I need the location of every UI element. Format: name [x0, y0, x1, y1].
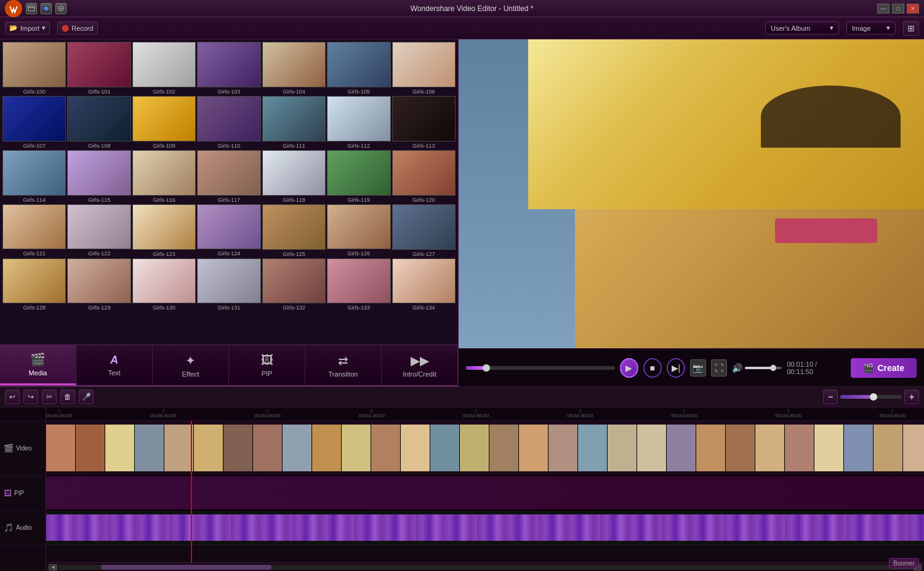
- redo-button[interactable]: ↪: [23, 389, 38, 404]
- tab-intro[interactable]: ▶▶ Intro/Credit: [382, 345, 458, 385]
- tab-media[interactable]: 🎬 Media: [0, 345, 76, 385]
- media-item-label: Girls-121: [2, 250, 66, 257]
- zoom-slider[interactable]: [840, 395, 902, 399]
- media-item-girls-106[interactable]: Girls-106: [392, 42, 456, 95]
- progress-thumb: [483, 364, 490, 372]
- tick-label: 00:02:30:00: [567, 413, 593, 418]
- scroll-left-button[interactable]: ◀: [49, 564, 57, 570]
- media-item-girls-117[interactable]: Girls-117: [197, 150, 260, 203]
- voice-button[interactable]: 🎤: [79, 389, 94, 404]
- sys-btn-1[interactable]: [26, 3, 37, 14]
- thumb-image: [3, 259, 65, 303]
- volume-slider[interactable]: [745, 367, 782, 369]
- media-item-label: Girls-130: [132, 305, 196, 311]
- type-dropdown[interactable]: Image ▾: [846, 22, 896, 34]
- media-item-label: Girls-115: [67, 197, 131, 203]
- next-frame-button[interactable]: ▶|: [667, 358, 685, 378]
- track-labels: 🎬 Video 🖼 PIP 🎵 Audio: [0, 407, 46, 571]
- horizontal-scrollbar[interactable]: ◀ ▶: [46, 562, 924, 571]
- record-button[interactable]: ⬤ Record: [57, 22, 97, 34]
- media-item-girls-124[interactable]: Girls-124: [197, 204, 260, 257]
- tab-transition[interactable]: ⇄ Transition: [305, 345, 382, 385]
- media-item-girls-110[interactable]: Girls-110: [197, 96, 260, 149]
- media-item-girls-111[interactable]: Girls-111: [262, 96, 326, 149]
- preview-image: [459, 39, 924, 348]
- cut-button[interactable]: ✂: [42, 389, 57, 404]
- video-track-label[interactable]: 🎬 Video: [0, 421, 46, 476]
- tab-text[interactable]: A Text: [76, 345, 153, 385]
- tab-pip[interactable]: 🖼 PIP: [229, 345, 305, 385]
- media-item-girls-121[interactable]: Girls-121: [2, 204, 66, 257]
- media-item-girls-118[interactable]: Girls-118: [262, 150, 326, 203]
- thumb-image: [198, 259, 260, 303]
- window-title: Wondershare Video Editor - Untitled *: [66, 4, 877, 13]
- media-item-girls-103[interactable]: Girls-103: [197, 42, 260, 95]
- media-item-girls-107[interactable]: Girls-107: [2, 96, 66, 149]
- tab-effect[interactable]: ✦ Effect: [153, 345, 229, 385]
- media-tab-icon: 🎬: [30, 352, 46, 367]
- thumb-image: [327, 205, 390, 249]
- undo-button[interactable]: ↩: [5, 389, 20, 404]
- zoom-out-button[interactable]: −: [823, 389, 838, 404]
- media-item-girls-101[interactable]: Girls-101: [67, 42, 131, 95]
- preview-area: [459, 39, 924, 348]
- media-item-girls-105[interactable]: Girls-105: [327, 42, 390, 95]
- album-value: User's Album: [771, 25, 810, 32]
- media-item-girls-123[interactable]: Girls-123: [132, 204, 196, 257]
- media-item-girls-108[interactable]: Girls-108: [67, 96, 131, 149]
- zoom-in-button[interactable]: +: [904, 389, 919, 404]
- create-button[interactable]: 🎬 Create: [851, 358, 917, 378]
- close-button[interactable]: ✕: [907, 4, 919, 14]
- fullscreen-button[interactable]: ⛶: [711, 359, 727, 377]
- audio-track-label[interactable]: 🎵 Audio: [0, 511, 46, 545]
- stop-button[interactable]: ■: [643, 358, 662, 378]
- progress-bar[interactable]: [466, 366, 615, 370]
- media-item-girls-114[interactable]: Girls-114: [2, 150, 66, 203]
- media-thumb: [132, 150, 196, 196]
- media-item-girls-109[interactable]: Girls-109: [132, 96, 196, 149]
- media-item-girls-133[interactable]: Girls-133: [327, 258, 390, 311]
- ruler-tick-4: 00:02:00:00: [463, 409, 489, 418]
- media-item-girls-120[interactable]: Girls-120: [392, 150, 456, 203]
- media-item-girls-130[interactable]: Girls-130: [132, 258, 196, 311]
- left-panel: Girls-100 Girls-101 Girls-102 Girls-103 …: [0, 39, 459, 386]
- view-toggle-button[interactable]: ⊞: [903, 21, 919, 36]
- media-item-girls-122[interactable]: Girls-122: [67, 204, 131, 257]
- play-button[interactable]: ▶: [620, 358, 638, 378]
- media-item-girls-116[interactable]: Girls-116: [132, 150, 196, 203]
- tracks-wrapper[interactable]: [46, 421, 924, 562]
- film-frame-18: [578, 425, 608, 471]
- media-item-girls-102[interactable]: Girls-102: [132, 42, 196, 95]
- scroll-track[interactable]: [58, 565, 912, 570]
- import-button[interactable]: 📂 Import ▾: [5, 22, 50, 34]
- media-item-girls-100[interactable]: Girls-100: [2, 42, 66, 95]
- snapshot-button[interactable]: 📷: [690, 359, 706, 377]
- media-item-girls-113[interactable]: Girls-113: [392, 96, 456, 149]
- sys-btn-2[interactable]: [41, 3, 52, 14]
- media-item-girls-128[interactable]: Girls-128: [2, 258, 66, 311]
- media-thumb: [392, 150, 456, 196]
- ruler-tick-8: 00:04:00:00: [880, 409, 906, 418]
- thumb-image: [327, 42, 390, 87]
- media-item-girls-131[interactable]: Girls-131: [197, 258, 260, 311]
- frame-image-6: [223, 425, 252, 471]
- timeline-main: 00:00:00:0000:00:30:0000:01:00:0000:01:3…: [46, 407, 924, 571]
- media-item-girls-104[interactable]: Girls-104: [262, 42, 326, 95]
- media-item-girls-125[interactable]: Girls-125: [262, 204, 326, 257]
- media-item-girls-129[interactable]: Girls-129: [67, 258, 131, 311]
- media-item-girls-119[interactable]: Girls-119: [327, 150, 390, 203]
- media-item-girls-132[interactable]: Girls-132: [262, 258, 326, 311]
- media-item-label: Girls-103: [197, 89, 260, 95]
- delete-button[interactable]: 🗑: [60, 389, 75, 404]
- sys-btn-3[interactable]: [55, 3, 66, 14]
- media-item-girls-126[interactable]: Girls-126: [327, 204, 390, 257]
- video-track-icon: 🎬: [4, 444, 14, 453]
- minimize-button[interactable]: —: [877, 4, 890, 14]
- media-item-girls-115[interactable]: Girls-115: [67, 150, 131, 203]
- media-item-girls-127[interactable]: Girls-127: [392, 204, 456, 257]
- media-item-girls-112[interactable]: Girls-112: [327, 96, 390, 149]
- pip-track-label[interactable]: 🖼 PIP: [0, 476, 46, 511]
- maximize-button[interactable]: □: [892, 4, 904, 14]
- media-item-girls-134[interactable]: Girls-134: [392, 258, 456, 311]
- album-dropdown[interactable]: User's Album ▾: [765, 22, 839, 34]
